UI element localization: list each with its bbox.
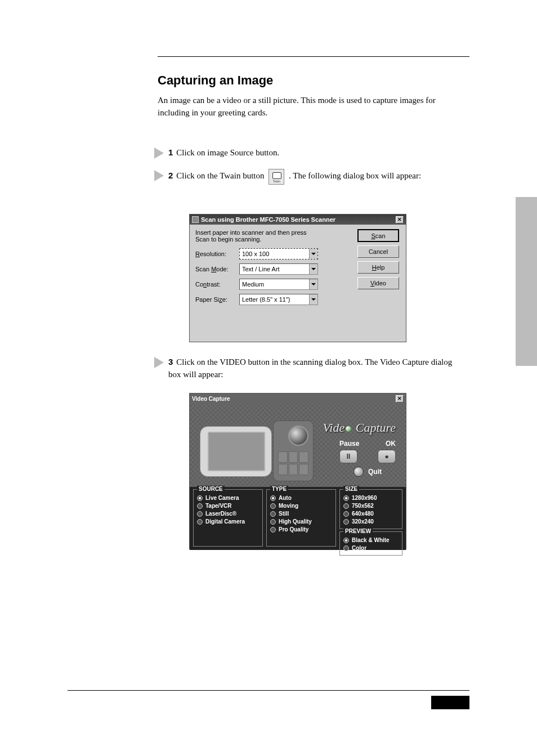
video-dialog-title: Video Capture	[192, 396, 230, 402]
step-3: 3Click on the VIDEO button in the scanni…	[154, 356, 458, 381]
video-capture-dialog: Video Capture ✕ Vide Capture Pause OK	[189, 393, 406, 549]
section-intro: An image can be a video or a still pictu…	[158, 95, 458, 119]
video-dialog-titlebar: Video Capture ✕	[190, 393, 406, 404]
radio-still[interactable]	[270, 511, 276, 517]
footer-rule	[68, 690, 469, 691]
preview-legend: PREVIEW	[343, 528, 373, 534]
opt-320x240[interactable]: 320x240	[352, 518, 374, 525]
section-heading: Capturing an Image	[158, 73, 273, 88]
quit-button[interactable]	[353, 467, 364, 477]
opt-laserdisc[interactable]: LaserDisc®	[205, 511, 236, 517]
type-legend: TYPE	[270, 486, 288, 492]
chevron-down-icon[interactable]	[309, 279, 317, 289]
ok-button[interactable]: ●	[378, 450, 396, 463]
radio-high-quality[interactable]	[270, 519, 276, 525]
cancel-button[interactable]: Cancel	[357, 245, 399, 258]
radio-640x480[interactable]	[343, 511, 349, 517]
video-preview-area: Vide Capture Pause OK II ● Quit	[190, 404, 406, 487]
page-number-box	[431, 696, 469, 709]
radio-tape-vcr[interactable]	[197, 503, 203, 509]
chevron-down-icon[interactable]	[309, 249, 317, 259]
preview-fieldset: PREVIEW Black & White Color	[339, 531, 402, 556]
scanmode-select[interactable]: Text / Line Art	[239, 263, 318, 275]
step-arrow-icon	[154, 170, 164, 181]
step-2-text-b: . The following dialog box will appear:	[287, 171, 421, 180]
radio-moving[interactable]	[270, 503, 276, 509]
radio-digital-camera[interactable]	[197, 519, 203, 525]
opt-still[interactable]: Still	[279, 511, 289, 517]
size-legend: SIZE	[343, 486, 359, 492]
opt-1280x960[interactable]: 1280x960	[352, 495, 377, 501]
opt-750x562[interactable]: 750x562	[352, 503, 374, 509]
scan-dialog-title: Scan using Brother MFC-7050 Series Scann…	[201, 216, 335, 223]
opt-digital-camera[interactable]: Digital Camera	[205, 518, 245, 525]
radio-color[interactable]	[343, 545, 349, 551]
type-fieldset: TYPE Auto Moving Still High Quality Pro …	[266, 489, 336, 547]
scanmode-label: Scan Mode:	[195, 266, 239, 272]
papersize-select[interactable]: Letter (8.5" x 11")	[239, 294, 318, 305]
pause-label: Pause	[339, 440, 359, 448]
radio-laserdisc[interactable]	[197, 511, 203, 517]
opt-color[interactable]: Color	[352, 545, 366, 551]
close-icon[interactable]: ✕	[396, 216, 404, 223]
papersize-label: Paper Size:	[195, 296, 239, 303]
contrast-select[interactable]: Medium	[239, 279, 318, 290]
step-arrow-icon	[154, 357, 164, 368]
size-fieldset: SIZE 1280x960 750x562 640x480 320x240	[339, 489, 402, 529]
contrast-label: Contrast:	[195, 281, 239, 288]
page-side-tab	[516, 197, 537, 366]
radio-bw[interactable]	[343, 538, 349, 543]
video-capture-heading: Vide Capture	[323, 421, 396, 435]
step-3-text: Click on the VIDEO button in the scannin…	[168, 357, 452, 379]
header-rule	[158, 56, 469, 57]
radio-live-camera[interactable]	[197, 495, 203, 501]
radio-320x240[interactable]	[343, 519, 349, 525]
step-1-text: Click on image Source button.	[176, 148, 279, 157]
resolution-label: Resolution:	[195, 250, 239, 257]
scan-instruction: Insert paper into scanner and then press…	[195, 229, 319, 243]
preview-screen	[208, 432, 265, 471]
camera-illustration	[200, 421, 319, 480]
radio-pro-quality[interactable]	[270, 527, 276, 533]
step-1: 1Click on image Source button.	[154, 146, 279, 159]
close-icon[interactable]: ✕	[396, 395, 404, 402]
opt-auto[interactable]: Auto	[279, 495, 292, 501]
source-legend: SOURCE	[197, 486, 225, 492]
step-2: 2Click on the Twain button . The followi…	[154, 169, 458, 185]
step-2-text-a: Click on the Twain button	[176, 171, 266, 180]
opt-high-quality[interactable]: High Quality	[279, 518, 312, 525]
scan-dialog-titlebar: Scan using Brother MFC-7050 Series Scann…	[190, 214, 406, 225]
help-button[interactable]: Help	[357, 261, 399, 274]
scan-button[interactable]: Scan	[357, 229, 399, 242]
opt-moving[interactable]: Moving	[279, 503, 298, 509]
opt-pro-quality[interactable]: Pro Quality	[279, 526, 308, 533]
scan-dialog: Scan using Brother MFC-7050 Series Scann…	[189, 214, 406, 342]
step-arrow-icon	[154, 147, 164, 159]
opt-bw[interactable]: Black & White	[352, 537, 390, 543]
radio-auto[interactable]	[270, 495, 276, 501]
system-menu-icon[interactable]	[192, 216, 199, 223]
opt-tape-vcr[interactable]: Tape/VCR	[205, 503, 232, 509]
resolution-select[interactable]: 100 x 100	[239, 248, 318, 260]
dot-icon	[346, 426, 351, 432]
source-fieldset: SOURCE Live Camera Tape/VCR LaserDisc® D…	[193, 489, 263, 547]
chevron-down-icon[interactable]	[309, 294, 317, 305]
video-button[interactable]: Video	[357, 277, 399, 289]
opt-live-camera[interactable]: Live Camera	[205, 495, 239, 501]
chevron-down-icon[interactable]	[309, 264, 317, 274]
radio-1280x960[interactable]	[343, 495, 349, 501]
ok-label: OK	[386, 440, 396, 448]
lens-icon	[288, 426, 308, 446]
quit-label: Quit	[368, 468, 382, 476]
twain-icon	[268, 169, 284, 185]
opt-640x480[interactable]: 640x480	[352, 511, 374, 517]
pause-button[interactable]: II	[339, 450, 357, 463]
radio-750x562[interactable]	[343, 503, 349, 509]
